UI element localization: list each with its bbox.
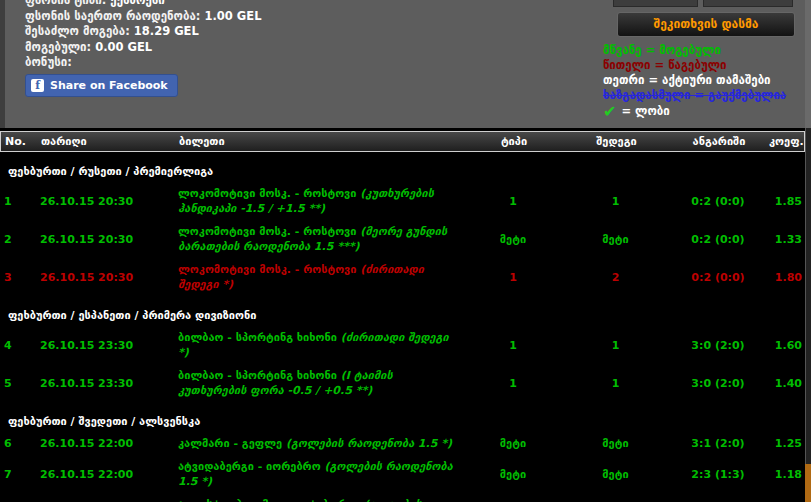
header-score: ანგარიში — [669, 135, 769, 148]
legend-active: თეთრი = აქტიური თამაშები — [603, 73, 786, 88]
facebook-share-button[interactable]: f Share on Facebook — [25, 74, 178, 97]
bet-details-page: ფსონის ტიპი: ექსპრესი ფსონის საერთო რაოდ… — [0, 0, 811, 502]
bet-row: 6 26.10.15 22:00 კალმარი - გეფლე (გოლები… — [0, 432, 805, 455]
header-date: თარიღი — [37, 135, 179, 148]
facebook-icon: f — [31, 79, 44, 92]
header-result: შედეგი — [564, 135, 669, 148]
ask-question-button[interactable]: შეკითხვის დასმა — [617, 12, 795, 37]
side-panel: შეკითხვის დასმა მწვანე = მოგებული წითელი… — [602, 0, 798, 128]
section-title-spain: ფეხბურთი / ესპანეთი / პრიმერა დივიზიონი — [0, 296, 805, 326]
summary-bonus: ბონუსი: — [25, 55, 261, 71]
section-title-sweden: ფეხბურთი / შვედეთი / ალსვენსკა — [0, 402, 805, 432]
match-name: კალმარი - გეფლე — [178, 437, 282, 450]
bet-row: 4 26.10.15 23:30 ბილბაო - სპორტინგ ხიხონ… — [0, 326, 805, 364]
summary-won: მოგებული: 0.00 GEL — [25, 40, 261, 56]
cutoff-button-left[interactable] — [613, 0, 698, 7]
bet-description: (გოლების რაოდენობა 1.5 *) — [286, 437, 452, 450]
facebook-share-label: Share on Facebook — [50, 79, 168, 92]
match-name: ბილბაო - სპორტინგ ხიხონი — [178, 369, 337, 382]
header-coef: კოეფ. — [769, 135, 806, 148]
summary-possible-win: შესაძლო მოგება: 18.29 GEL — [25, 24, 261, 40]
scrollbar[interactable] — [805, 0, 811, 502]
match-name: აიკი სტოკჰოლმი - გიოტებორგი — [178, 498, 360, 502]
section-title-russia: ფეხბურთი / რუსეთი / პრემიერლიგა — [0, 152, 805, 182]
summary-bet-type: ფსონის ტიპი: ექსპრესი — [25, 0, 261, 9]
bet-summary: ფსონის ტიპი: ექსპრესი ფსონის საერთო რაოდ… — [25, 0, 261, 71]
bet-row: 7 26.10.15 22:00 ატვიდაბერგი - იორებრო (… — [0, 455, 805, 493]
match-name: ბილბაო - სპორტინგ ხიხონი — [178, 331, 337, 344]
legend-lobby: ✔ = ლობი — [603, 104, 786, 119]
bet-row: 3 26.10.15 20:30 ლოკომოტივი მოსკ. - როსტ… — [0, 258, 805, 296]
bet-row: 8 26.10.15 22:05 აიკი სტოკჰოლმი - გიოტებ… — [0, 493, 805, 502]
bet-row: 2 26.10.15 20:30 ლოკომოტივი მოსკ. - როსტ… — [0, 220, 805, 258]
status-legend: მწვანე = მოგებული წითელი = წაგებული თეთრ… — [603, 43, 786, 119]
legend-won: მწვანე = მოგებული — [603, 43, 786, 58]
scrollbar-bottom-marker — [805, 464, 811, 502]
cutoff-button-right[interactable] — [703, 0, 793, 7]
summary-panel: ფსონის ტიპი: ექსპრესი ფსონის საერთო რაოდ… — [0, 0, 805, 128]
match-name: ლოკომოტივი მოსკ. - როსტოვი — [178, 187, 357, 200]
check-icon: ✔ — [603, 105, 616, 119]
header-ticket: ბილეთი — [179, 135, 464, 148]
header-no: No. — [1, 135, 37, 148]
bet-row: 5 26.10.15 23:30 ბილბაო - სპორტინგ ხიხონ… — [0, 364, 805, 402]
bet-row: 1 26.10.15 20:30 ლოკომოტივი მოსკ. - როსტ… — [0, 182, 805, 220]
match-name: ატვიდაბერგი - იორებრო — [178, 460, 321, 473]
bets-table: No. თარიღი ბილეთი ტიპი შედეგი ანგარიში კ… — [0, 128, 805, 502]
legend-cancelled: ხაზგადასმული = გაუქმებულია — [603, 88, 786, 103]
header-type: ტიპი — [464, 135, 564, 148]
match-name: ლოკომოტივი მოსკ. - როსტოვი — [178, 225, 357, 238]
scrollbar-track-top — [805, 0, 811, 128]
match-name: ლოკომოტივი მოსკ. - როსტოვი — [178, 263, 357, 276]
summary-stake: ფსონის საერთო რაოდენობა: 1.00 GEL — [25, 9, 261, 25]
legend-lost: წითელი = წაგებული — [603, 58, 786, 73]
table-header-row: No. თარიღი ბილეთი ტიპი შედეგი ანგარიში კ… — [0, 131, 805, 152]
legend-lobby-label: = ლობი — [621, 104, 669, 119]
